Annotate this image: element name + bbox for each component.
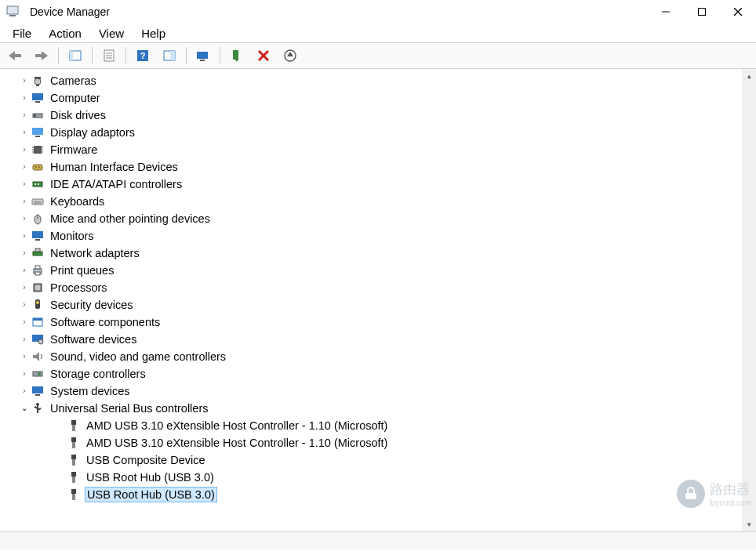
toolbar-separator <box>186 47 187 64</box>
device-category[interactable]: ›Processors <box>5 279 742 296</box>
svg-rect-0 <box>7 6 18 14</box>
device-category[interactable]: ›IDE ATA/ATAPI controllers <box>5 176 742 193</box>
chevron-right-icon[interactable]: › <box>19 193 30 210</box>
device-category[interactable]: ›Firmware <box>5 141 742 158</box>
uninstall-device-button[interactable] <box>252 45 275 67</box>
keyboard-icon <box>30 194 45 208</box>
watermark-sub: luyouqi.com <box>710 498 751 507</box>
toolbar: ? <box>0 43 756 69</box>
action-center-button[interactable] <box>158 45 181 67</box>
tree-item-label: AMD USB 3.10 eXtensible Host Controller … <box>85 434 389 451</box>
device-category[interactable]: ›Network adapters <box>5 245 742 262</box>
forward-button[interactable] <box>30 45 53 67</box>
storage-icon <box>30 367 45 381</box>
device-category[interactable]: ›Computer <box>5 89 742 107</box>
device-category[interactable]: ›Software components <box>5 314 742 331</box>
menu-bar: File Action View Help <box>0 24 756 43</box>
menu-help[interactable]: Help <box>133 24 173 42</box>
toolbar-separator <box>125 47 126 64</box>
chevron-right-icon[interactable]: › <box>19 296 30 314</box>
tree-item-label: Universal Serial Bus controllers <box>49 400 209 417</box>
svg-rect-1 <box>9 15 16 16</box>
tree-item-label: Sound, video and game controllers <box>49 348 227 365</box>
tree-item-label: Print queues <box>49 262 115 279</box>
minimize-button[interactable] <box>648 0 684 24</box>
svg-text:?: ? <box>140 51 146 60</box>
device-category[interactable]: ›Mice and other pointing devices <box>5 210 742 227</box>
svg-marker-6 <box>9 51 21 60</box>
menu-action[interactable]: Action <box>41 24 89 42</box>
chevron-right-icon[interactable]: › <box>19 331 30 348</box>
window-title: Device Manager <box>30 5 110 18</box>
chevron-right-icon[interactable]: › <box>19 314 30 331</box>
back-button[interactable] <box>3 45 27 67</box>
vertical-scrollbar[interactable]: ▴ ▾ <box>742 69 756 531</box>
usb-plug-icon <box>66 453 82 467</box>
device-item[interactable]: USB Root Hub (USB 3.0) <box>5 486 742 503</box>
tree-item-label: Storage controllers <box>49 365 147 382</box>
device-category[interactable]: ›Storage controllers <box>5 365 742 382</box>
add-legacy-hardware-button[interactable] <box>225 45 249 67</box>
tree-item-label: Human Interface Devices <box>49 158 180 176</box>
usb-plug-icon <box>66 436 82 450</box>
device-category[interactable]: ›Human Interface Devices <box>5 158 742 176</box>
device-item[interactable]: AMD USB 3.10 eXtensible Host Controller … <box>5 434 742 451</box>
update-driver-button[interactable] <box>278 45 302 67</box>
menu-file[interactable]: File <box>5 24 39 42</box>
device-item[interactable]: USB Composite Device <box>5 451 742 469</box>
tree-item-label: Mice and other pointing devices <box>49 210 212 227</box>
device-category[interactable]: ⌄Universal Serial Bus controllers <box>5 400 742 417</box>
device-category[interactable]: ›Monitors <box>5 227 742 245</box>
chevron-right-icon[interactable]: › <box>19 89 30 107</box>
close-button[interactable] <box>720 0 756 24</box>
chevron-down-icon[interactable]: ⌄ <box>19 400 30 417</box>
help-button[interactable]: ? <box>131 45 154 67</box>
device-category[interactable]: ›System devices <box>5 382 742 400</box>
chevron-right-icon[interactable]: › <box>19 124 30 141</box>
properties-button[interactable] <box>97 45 121 67</box>
chevron-right-icon[interactable]: › <box>19 279 30 296</box>
title-bar: Device Manager <box>0 0 756 24</box>
device-category[interactable]: ›Security devices <box>5 296 742 314</box>
device-category[interactable]: ›Sound, video and game controllers <box>5 348 742 365</box>
chevron-right-icon[interactable]: › <box>19 210 30 227</box>
chevron-right-icon[interactable]: › <box>19 72 30 89</box>
show-hide-console-tree-button[interactable] <box>64 45 87 67</box>
monitor-icon <box>30 91 45 105</box>
scan-hardware-button[interactable] <box>191 45 215 67</box>
scroll-down-arrow-icon[interactable]: ▾ <box>742 517 756 531</box>
chevron-right-icon[interactable]: › <box>19 365 30 382</box>
device-item[interactable]: USB Root Hub (USB 3.0) <box>5 469 742 486</box>
tree-item-label: Computer <box>49 89 102 107</box>
maximize-button[interactable] <box>684 0 720 24</box>
scroll-up-arrow-icon[interactable]: ▴ <box>742 69 756 83</box>
tree-item-label: IDE ATA/ATAPI controllers <box>49 176 184 193</box>
device-item[interactable]: AMD USB 3.10 eXtensible Host Controller … <box>5 417 742 434</box>
chevron-right-icon[interactable]: › <box>19 227 30 245</box>
device-category[interactable]: ›Display adaptors <box>5 124 742 141</box>
chevron-right-icon[interactable]: › <box>19 158 30 176</box>
device-category[interactable]: ›Print queues <box>5 262 742 279</box>
chevron-right-icon[interactable]: › <box>19 107 30 124</box>
hid-icon <box>30 160 45 174</box>
device-category[interactable]: ›Cameras <box>5 72 742 89</box>
toolbar-separator <box>220 47 220 64</box>
chevron-right-icon[interactable]: › <box>19 245 30 262</box>
device-category[interactable]: ›Disk drives <box>5 107 742 124</box>
chevron-right-icon[interactable]: › <box>19 262 30 279</box>
chevron-right-icon[interactable]: › <box>19 141 30 158</box>
device-category[interactable]: ›Keyboards <box>5 193 742 210</box>
device-category[interactable]: ›Software devices <box>5 331 742 348</box>
chevron-right-icon[interactable]: › <box>19 176 30 193</box>
tree-item-label: Keyboards <box>49 193 106 210</box>
chevron-right-icon[interactable]: › <box>19 348 30 365</box>
disk-icon <box>30 108 45 122</box>
chevron-right-icon[interactable]: › <box>19 382 30 400</box>
tree-item-label: USB Composite Device <box>85 451 207 469</box>
tree-item-label: Software devices <box>49 331 138 348</box>
usb-plug-icon <box>66 470 82 484</box>
usb-plug-icon <box>66 488 82 502</box>
device-tree[interactable]: ›Cameras›Computer›Disk drives›Display ad… <box>0 69 742 531</box>
menu-view[interactable]: View <box>91 24 132 42</box>
svg-rect-18 <box>197 52 208 59</box>
